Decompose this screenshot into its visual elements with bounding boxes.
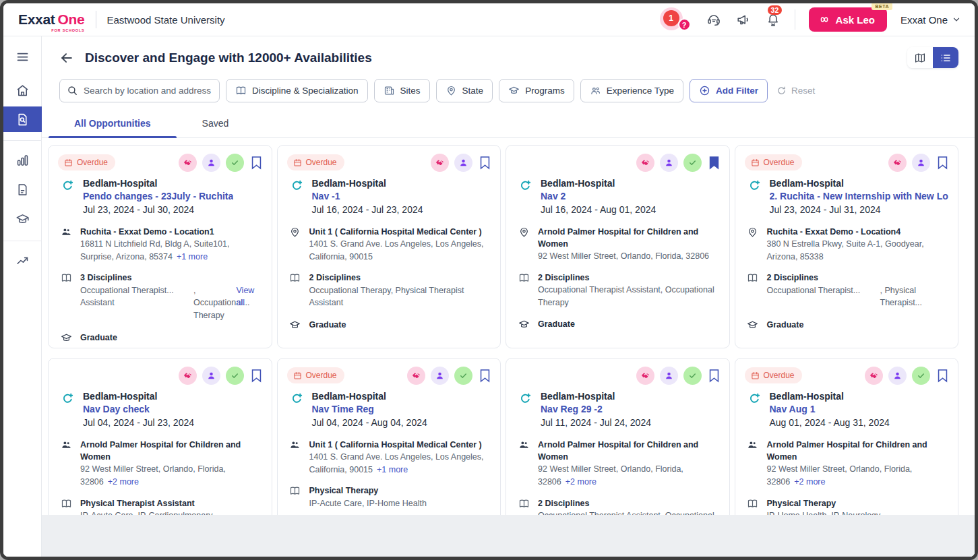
location-address: 92 West Miller Street, Orlando, Florida,…: [767, 464, 913, 487]
opportunity-card[interactable]: Overdue Bedlam-Hospital Nav Reg 29 -2: [506, 358, 730, 515]
opportunity-card[interactable]: Overdue Bedlam-Hospital Nav Time Reg: [277, 358, 501, 515]
level-grad-cap-icon: [60, 332, 72, 344]
filter-state-chip[interactable]: State: [436, 79, 493, 102]
back-arrow-icon[interactable]: [59, 50, 75, 66]
opportunity-card[interactable]: Overdue Bedlam-Hospital 2. Ruchita -: [735, 145, 959, 348]
more-link[interactable]: +2 more: [794, 477, 825, 487]
date-range: Jul 23, 2024 - Jul 30, 2024: [83, 203, 233, 216]
bookmark-icon[interactable]: [479, 369, 491, 383]
exxat-logo: Exxat One FOR SCHOOLS: [18, 11, 85, 28]
pin-icon: [446, 85, 457, 96]
organization-name: Eastwood State University: [107, 14, 225, 26]
filter-sites-chip[interactable]: Sites: [374, 79, 430, 102]
opportunity-card[interactable]: Overdue Bedlam-Hospital Nav 2: [506, 145, 730, 348]
view-all-link[interactable]: View all: [237, 284, 262, 322]
nav-discover-icon[interactable]: [3, 106, 42, 132]
person-icon: [660, 154, 678, 172]
person-icon: [454, 154, 472, 172]
disciplines-value: IP-Acute Care, IP-Home Health: [309, 497, 491, 510]
filter-programs-chip[interactable]: Programs: [499, 79, 574, 102]
more-link[interactable]: +1 more: [377, 465, 408, 474]
search-box[interactable]: [59, 79, 220, 102]
availability-link[interactable]: 2. Ruchita - New Internship with New Loc…: [770, 189, 949, 203]
disciplines-label: 2 Disciplines: [538, 497, 720, 509]
location-pin-icon: [289, 226, 301, 263]
bookmark-icon[interactable]: [937, 156, 948, 170]
nav-documents-icon[interactable]: [3, 176, 42, 203]
help-icon[interactable]: ?: [678, 18, 691, 31]
menu-toggle-icon[interactable]: [3, 43, 42, 70]
check-circle: [912, 367, 930, 385]
bookmark-icon[interactable]: [708, 369, 720, 383]
bookmark-icon[interactable]: [251, 369, 262, 383]
discipline-col-2: , Occupational... Therapy: [193, 284, 226, 322]
add-filter-button[interactable]: Add Filter: [690, 79, 768, 102]
reset-icon: [776, 86, 787, 96]
more-link[interactable]: +2 more: [566, 477, 597, 487]
bookmark-icon[interactable]: [708, 156, 720, 170]
location-address: 92 West Miller Street, Orlando, Florida,…: [538, 251, 709, 261]
availability-link[interactable]: Nav Time Reg: [312, 402, 427, 416]
filter-experience-type-chip[interactable]: Experience Type: [580, 79, 683, 102]
availability-link[interactable]: Nav 2: [541, 189, 656, 203]
calendar-icon: [293, 158, 302, 167]
search-icon: [67, 85, 78, 96]
handshake-icon: [179, 367, 197, 385]
account-menu[interactable]: Exxat One: [900, 14, 961, 26]
announcements-megaphone-icon[interactable]: [735, 11, 752, 28]
availability-link[interactable]: Pendo changes - 23July - Ruchita: [83, 189, 233, 203]
calendar-icon: [751, 371, 760, 380]
alert-help-cluster[interactable]: 1 ?: [660, 7, 692, 32]
date-range: Jul 16, 2024 - Aug 01, 2024: [541, 203, 656, 216]
reset-button[interactable]: Reset: [776, 86, 815, 96]
date-range: Jul 04, 2024 - Aug 04, 2024: [312, 416, 427, 429]
disciplines-label: 2 Disciplines: [538, 272, 720, 284]
search-input[interactable]: [84, 86, 212, 96]
availability-link[interactable]: Nav Aug 1: [770, 402, 890, 416]
discipline-col-2: , Physical Therapist...: [880, 284, 949, 310]
discipline-col-1: Occupational Therapist... Assistant: [80, 284, 183, 322]
filter-discipline-chip[interactable]: Discipline & Specialization: [226, 79, 368, 102]
scroll-background: [42, 515, 975, 557]
disciplines-value: Occupational Therapist... Assistant, Occ…: [80, 284, 262, 322]
overdue-label: Overdue: [764, 371, 795, 380]
plus-circle-icon: [699, 85, 710, 96]
person-icon: [912, 154, 930, 172]
availability-link[interactable]: Nav Day check: [83, 402, 194, 416]
page-title-row: Discover and Engage with 12000+ Availabi…: [42, 36, 975, 73]
opportunity-card[interactable]: Overdue Bedlam-Hospital Pendo changes: [48, 145, 272, 348]
availability-link[interactable]: Nav Reg 29 -2: [541, 402, 651, 416]
support-headset-icon[interactable]: [706, 11, 722, 28]
bookmark-icon[interactable]: [479, 156, 491, 170]
tab-saved[interactable]: Saved: [177, 111, 255, 137]
bookmark-icon[interactable]: [251, 156, 262, 170]
opportunity-card[interactable]: Overdue Bedlam-Hospital Nav Day check: [48, 358, 272, 515]
tab-all-opportunities[interactable]: All Opportunities: [49, 111, 177, 137]
opportunity-card[interactable]: Overdue Bedlam-Hospital Nav -1: [277, 145, 501, 348]
ask-leo-button[interactable]: Ask Leo BETA: [809, 7, 887, 32]
map-view-icon[interactable]: [907, 47, 933, 68]
hospital-name: Bedlam-Hospital: [83, 177, 233, 189]
sync-plus-icon: [748, 392, 761, 430]
overdue-badge: Overdue: [745, 154, 802, 170]
more-link[interactable]: +1 more: [177, 252, 208, 261]
overdue-badge: Overdue: [287, 367, 344, 383]
nav-academics-icon[interactable]: [3, 206, 42, 232]
bookmark-icon[interactable]: [937, 369, 948, 383]
nav-home-icon[interactable]: [3, 77, 42, 104]
notifications-bell-icon[interactable]: 32: [765, 11, 781, 28]
location-address: 1401 S. Grand Ave. Los Angeles, Los Ange…: [309, 239, 484, 261]
alert-count-badge[interactable]: 1: [663, 10, 679, 26]
hospital-name: Bedlam-Hospital: [83, 390, 194, 402]
disciplines-book-icon: [289, 485, 301, 509]
nav-reports-icon[interactable]: [3, 146, 42, 173]
more-link[interactable]: +2 more: [108, 477, 139, 487]
disciplines-value: Occupational Therapy, Physical Therapist…: [309, 284, 491, 310]
overdue-badge: Overdue: [58, 154, 115, 170]
availability-link[interactable]: Nav -1: [312, 189, 423, 203]
opportunity-card[interactable]: Overdue Bedlam-Hospital Nav Aug 1: [735, 358, 959, 515]
nav-analytics-icon[interactable]: [3, 247, 42, 274]
ask-leo-label: Ask Leo: [836, 14, 875, 26]
location-address: 380 N Estrella Pkwy, Suite A-1, Goodyear…: [767, 239, 924, 261]
list-view-icon[interactable]: [933, 47, 958, 68]
